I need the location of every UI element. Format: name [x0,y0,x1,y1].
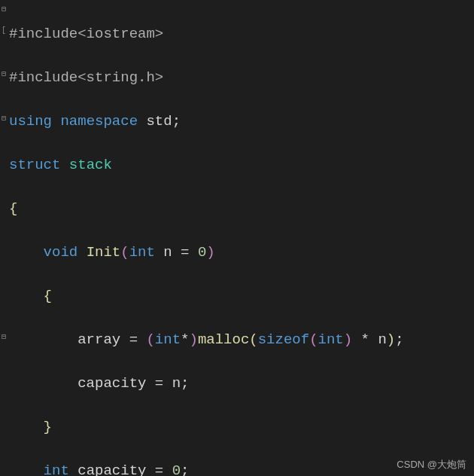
fold-icon[interactable]: ⊟ [0,334,8,341]
code-line: #include<string.h> [9,67,474,89]
fold-icon[interactable]: ⊟ [0,6,8,14]
code-line: { [9,285,474,307]
fold-icon[interactable]: [ [0,27,8,35]
code-line: void Init(int n = 0) [9,242,474,264]
code-line: capacity = n; [9,373,474,395]
fold-icon[interactable]: ⊟ [0,115,8,123]
code-area[interactable]: #include<iostream> #include<string.h> us… [9,0,474,476]
code-line: array = (int*)malloc(sizeof(int) * n); [9,329,474,351]
fold-icon[interactable]: ⊟ [0,71,8,78]
code-line: { [9,198,474,220]
code-line: } [9,416,474,438]
watermark-text: CSDN @大炮筒 [397,458,466,471]
code-line: #include<iostream> [9,23,474,45]
code-editor: ⊟ [ ⊟ ⊟ ⊟ #include<iostream> #include<st… [0,0,474,476]
code-line: using namespace std; [9,111,474,133]
code-line: struct stack [9,154,474,176]
fold-gutter: ⊟ [ ⊟ ⊟ ⊟ [0,0,9,476]
